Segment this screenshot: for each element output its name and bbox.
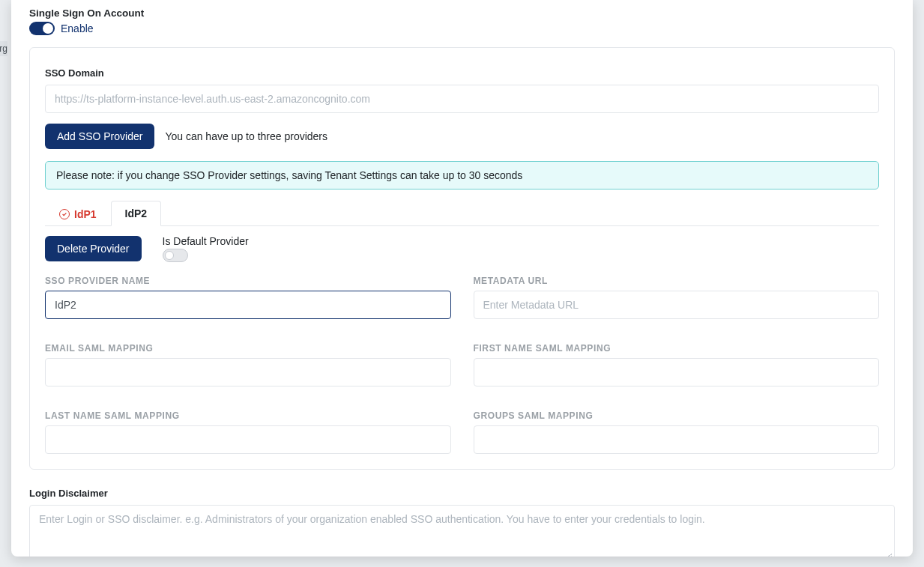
tab-idp2-label: IdP2 xyxy=(125,207,148,219)
add-provider-hint: You can have up to three providers xyxy=(165,130,327,142)
sso-enable-toggle[interactable] xyxy=(29,22,55,35)
sso-domain-label: SSO Domain xyxy=(45,67,879,79)
sso-settings-modal: Single Sign On Account Enable SSO Domain… xyxy=(11,0,913,557)
delete-provider-button[interactable]: Delete Provider xyxy=(45,236,142,261)
first-name-saml-label: FIRST NAME SAML MAPPING xyxy=(474,343,880,354)
add-sso-provider-button[interactable]: Add SSO Provider xyxy=(45,124,154,149)
default-provider-label: Is Default Provider xyxy=(163,235,249,247)
metadata-url-label: METADATA URL xyxy=(474,276,880,286)
tab-idp1[interactable]: IdP1 xyxy=(45,201,111,226)
sso-section-title: Single Sign On Account xyxy=(29,7,895,19)
last-name-saml-input[interactable] xyxy=(45,425,451,454)
tab-idp2[interactable]: IdP2 xyxy=(111,201,162,226)
default-provider-block: Is Default Provider xyxy=(163,235,249,262)
provider-fields-grid: SSO PROVIDER NAME METADATA URL EMAIL SAM… xyxy=(45,262,879,454)
login-disclaimer-textarea[interactable] xyxy=(29,505,895,557)
groups-saml-input[interactable] xyxy=(474,425,880,454)
sso-provider-name-input[interactable] xyxy=(45,291,451,319)
error-icon xyxy=(59,209,70,219)
login-disclaimer-section: Login Disclaimer xyxy=(29,488,895,557)
sso-enable-label: Enable xyxy=(61,22,94,34)
toggle-knob xyxy=(165,251,174,260)
email-saml-label: EMAIL SAML MAPPING xyxy=(45,343,451,354)
page-backdrop: org Single Sign On Account Enable SSO Do… xyxy=(0,0,924,567)
email-saml-input[interactable] xyxy=(45,358,451,386)
default-provider-toggle[interactable] xyxy=(163,249,188,262)
toggle-knob xyxy=(43,23,53,34)
sso-config-card: SSO Domain Add SSO Provider You can have… xyxy=(29,47,895,470)
sso-domain-input[interactable] xyxy=(45,85,879,113)
groups-saml-label: GROUPS SAML MAPPING xyxy=(474,410,880,421)
last-name-saml-label: LAST NAME SAML MAPPING xyxy=(45,410,451,421)
login-disclaimer-label: Login Disclaimer xyxy=(29,488,895,499)
provider-actions-row: Delete Provider Is Default Provider xyxy=(45,235,879,262)
background-partial-text: org xyxy=(0,41,7,56)
sso-enable-row: Enable xyxy=(29,22,895,35)
add-provider-row: Add SSO Provider You can have up to thre… xyxy=(45,124,879,149)
sso-save-delay-notice: Please note: if you change SSO Provider … xyxy=(45,161,879,189)
provider-tabs: IdP1 IdP2 xyxy=(45,200,879,226)
first-name-saml-input[interactable] xyxy=(474,358,880,386)
metadata-url-input[interactable] xyxy=(474,291,880,319)
tab-idp1-label: IdP1 xyxy=(74,208,97,220)
sso-provider-name-label: SSO PROVIDER NAME xyxy=(45,276,451,286)
